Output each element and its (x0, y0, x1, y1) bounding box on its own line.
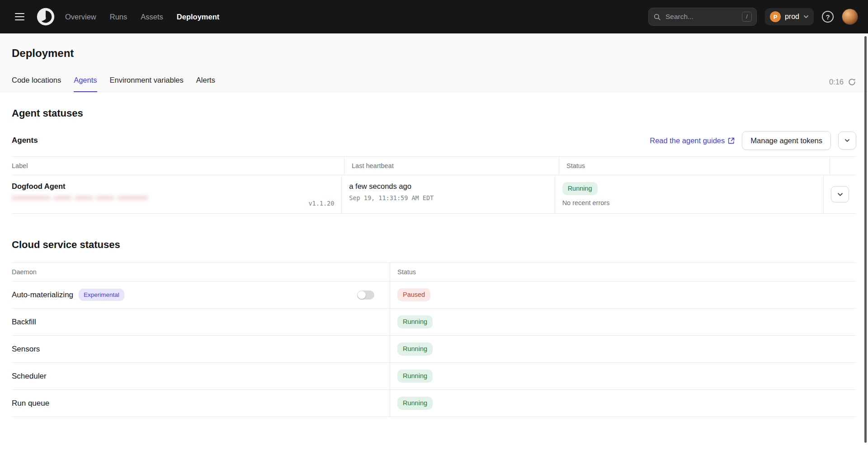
daemon-status-badge: Running (397, 315, 433, 328)
daemon-row-auto-materializing: Auto-materializing Experimental Paused (12, 281, 856, 309)
daemon-row-scheduler: Scheduler Running (12, 363, 856, 390)
page-title: Deployment (12, 33, 856, 60)
tab-alerts[interactable]: Alerts (196, 71, 215, 92)
manage-agent-tokens-button[interactable]: Manage agent tokens (742, 131, 831, 150)
daemon-status-cell: Paused (390, 281, 856, 308)
nav-item-deployment[interactable]: Deployment (177, 13, 219, 21)
daemon-name-cell: Sensors (12, 336, 390, 362)
nav-links: Overview Runs Assets Deployment (65, 13, 219, 21)
daemon-row-backfill: Backfill Running (12, 309, 856, 336)
daemon-status-cell: Running (390, 309, 856, 335)
agent-version: v1.1.20 (308, 200, 334, 207)
agent-row: Dogfood Agent xxxxxxxxx-xxxx-xxxx-xxxx-x… (12, 175, 856, 214)
daemon-status-badge: Running (397, 342, 433, 356)
daemon-name: Scheduler (12, 372, 47, 381)
agent-status-cell: Running No recent errors (555, 175, 823, 213)
agent-id-redacted: xxxxxxxxx-xxxx-xxxx-xxxx-xxxxxxxxxxxx (12, 194, 147, 201)
daemon-row-sensors: Sensors Running (12, 336, 856, 363)
dagster-logo[interactable] (35, 6, 56, 27)
agent-status-badge: Running (562, 182, 598, 195)
column-header-label: Label (12, 157, 344, 175)
daemon-status-badge: Running (397, 370, 433, 383)
daemon-name: Run queue (12, 399, 49, 408)
column-header-last-heartbeat: Last heartbeat (344, 157, 559, 175)
agents-table-header: Label Last heartbeat Status (12, 156, 856, 175)
daemon-status-cell: Running (390, 336, 856, 362)
chevron-down-icon (803, 14, 809, 19)
user-avatar[interactable] (842, 9, 858, 25)
agents-toolbar-actions: Read the agent guides Manage agent token… (650, 131, 856, 150)
toggle-knob (358, 291, 366, 299)
tab-agents[interactable]: Agents (74, 71, 97, 92)
daemon-status-badge: Running (397, 397, 433, 410)
auto-materializing-toggle[interactable] (357, 290, 374, 300)
daemons-table-header: Daemon Status (12, 262, 856, 281)
agents-table: Label Last heartbeat Status Dogfood Agen… (12, 156, 856, 214)
chevron-down-icon (844, 138, 850, 143)
daemon-name-cell: Run queue (12, 390, 390, 417)
daemon-status-cell: Running (390, 363, 856, 389)
nav-right: / P prod ? (648, 8, 858, 26)
daemon-name-cell: Backfill (12, 309, 390, 335)
agent-status-detail: No recent errors (562, 199, 816, 206)
column-header-actions (830, 157, 856, 175)
column-header-daemon: Daemon (12, 263, 390, 281)
page-header: Deployment Code locations Agents Environ… (0, 33, 868, 92)
column-header-status: Status (559, 157, 830, 175)
dagster-logo-icon (35, 6, 56, 27)
nav-item-overview[interactable]: Overview (65, 13, 96, 21)
help-button[interactable]: ? (822, 11, 834, 23)
agent-label-cell: Dogfood Agent xxxxxxxxx-xxxx-xxxx-xxxx-x… (12, 175, 341, 213)
agent-expand-button[interactable] (831, 186, 849, 202)
main-content: Agent statuses Agents Read the agent gui… (0, 108, 868, 417)
nav-item-assets[interactable]: Assets (141, 13, 163, 21)
deployment-name: prod (785, 13, 799, 21)
search-shortcut-hint: / (742, 12, 752, 22)
external-link-icon (728, 137, 735, 144)
tab-environment-variables[interactable]: Environment variables (110, 71, 184, 92)
column-header-daemon-status: Status (390, 263, 856, 281)
experimental-badge: Experimental (79, 289, 124, 301)
daemons-table: Daemon Status Auto-materializing Experim… (12, 262, 856, 417)
daemon-status-badge: Paused (397, 288, 430, 301)
daemon-row-run-queue: Run queue Running (12, 390, 856, 417)
section-heading-cloud-services: Cloud service statuses (12, 239, 856, 251)
refresh-countdown: 0:16 (829, 78, 844, 86)
search-icon (653, 13, 661, 21)
agent-heartbeat-cell: a few seconds ago Sep 19, 11:31:59 AM ED… (341, 175, 554, 213)
daemon-status-cell: Running (390, 390, 856, 417)
top-nav: Overview Runs Assets Deployment / P prod… (0, 0, 868, 33)
tab-code-locations[interactable]: Code locations (12, 71, 61, 92)
deployment-avatar: P (770, 11, 781, 22)
search-input[interactable] (665, 12, 738, 21)
daemon-name-cell: Auto-materializing Experimental (12, 281, 390, 308)
nav-item-runs[interactable]: Runs (110, 13, 127, 21)
section-heading-agent-statuses: Agent statuses (12, 108, 856, 119)
agent-guides-link[interactable]: Read the agent guides (650, 136, 735, 145)
agents-subheading: Agents (12, 136, 38, 145)
daemon-name: Backfill (12, 318, 36, 327)
agents-toolbar: Agents Read the agent guides Manage agen… (12, 131, 856, 150)
agent-tokens-menu-button[interactable] (838, 131, 856, 150)
heartbeat-relative: a few seconds ago (349, 182, 547, 191)
tabs-row: Code locations Agents Environment variab… (12, 71, 856, 92)
daemon-name-cell: Scheduler (12, 363, 390, 389)
hamburger-icon (15, 13, 24, 14)
deployment-switcher[interactable]: P prod (765, 8, 814, 25)
tabs: Code locations Agents Environment variab… (12, 71, 215, 92)
menu-button[interactable] (10, 7, 29, 26)
agent-actions-cell (823, 175, 856, 213)
daemon-name: Sensors (12, 345, 40, 354)
daemon-name: Auto-materializing (12, 290, 73, 300)
refresh-icon[interactable] (848, 78, 856, 86)
agent-name: Dogfood Agent (12, 182, 334, 191)
search-box[interactable]: / (648, 8, 757, 26)
heartbeat-timestamp: Sep 19, 11:31:59 AM EDT (349, 194, 547, 201)
chevron-down-icon (837, 192, 843, 197)
scrollbar-thumb[interactable] (864, 36, 867, 443)
refresh-timer: 0:16 (829, 78, 856, 92)
